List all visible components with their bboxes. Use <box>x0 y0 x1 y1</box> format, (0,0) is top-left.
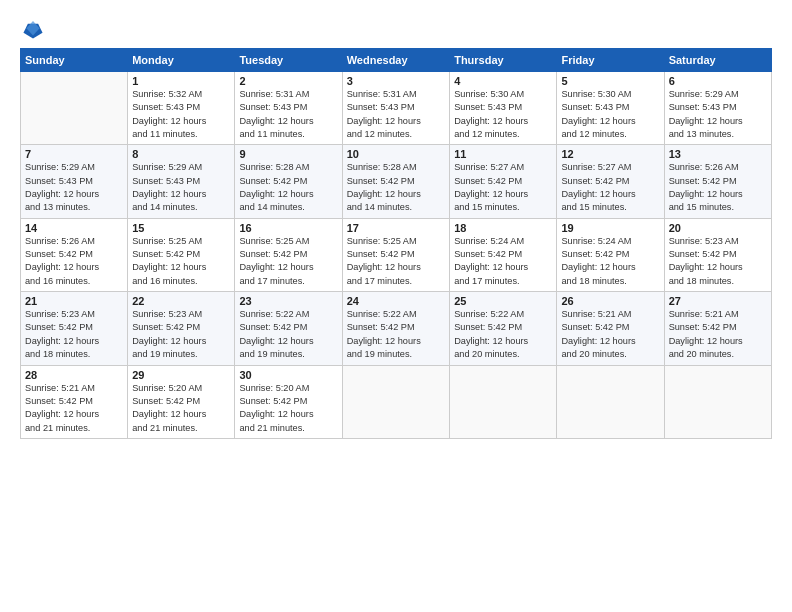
day-number: 6 <box>669 75 767 87</box>
day-number: 13 <box>669 148 767 160</box>
calendar-cell: 30Sunrise: 5:20 AM Sunset: 5:42 PM Dayli… <box>235 365 342 438</box>
calendar-header-sunday: Sunday <box>21 49 128 72</box>
day-info: Sunrise: 5:24 AM Sunset: 5:42 PM Dayligh… <box>454 235 552 288</box>
day-info: Sunrise: 5:24 AM Sunset: 5:42 PM Dayligh… <box>561 235 659 288</box>
day-info: Sunrise: 5:30 AM Sunset: 5:43 PM Dayligh… <box>561 88 659 141</box>
calendar-cell: 19Sunrise: 5:24 AM Sunset: 5:42 PM Dayli… <box>557 218 664 291</box>
day-number: 7 <box>25 148 123 160</box>
day-number: 17 <box>347 222 445 234</box>
calendar-cell: 15Sunrise: 5:25 AM Sunset: 5:42 PM Dayli… <box>128 218 235 291</box>
day-info: Sunrise: 5:27 AM Sunset: 5:42 PM Dayligh… <box>454 161 552 214</box>
calendar-table: SundayMondayTuesdayWednesdayThursdayFrid… <box>20 48 772 439</box>
calendar-header-monday: Monday <box>128 49 235 72</box>
day-number: 23 <box>239 295 337 307</box>
day-info: Sunrise: 5:23 AM Sunset: 5:42 PM Dayligh… <box>132 308 230 361</box>
day-number: 8 <box>132 148 230 160</box>
header <box>20 18 772 40</box>
calendar-cell: 24Sunrise: 5:22 AM Sunset: 5:42 PM Dayli… <box>342 292 449 365</box>
day-info: Sunrise: 5:25 AM Sunset: 5:42 PM Dayligh… <box>347 235 445 288</box>
calendar-header-wednesday: Wednesday <box>342 49 449 72</box>
day-info: Sunrise: 5:32 AM Sunset: 5:43 PM Dayligh… <box>132 88 230 141</box>
calendar-header-row: SundayMondayTuesdayWednesdayThursdayFrid… <box>21 49 772 72</box>
calendar-week-row: 21Sunrise: 5:23 AM Sunset: 5:42 PM Dayli… <box>21 292 772 365</box>
calendar-cell: 9Sunrise: 5:28 AM Sunset: 5:42 PM Daylig… <box>235 145 342 218</box>
day-info: Sunrise: 5:22 AM Sunset: 5:42 PM Dayligh… <box>454 308 552 361</box>
calendar-cell <box>450 365 557 438</box>
day-number: 21 <box>25 295 123 307</box>
day-number: 3 <box>347 75 445 87</box>
day-number: 10 <box>347 148 445 160</box>
day-number: 27 <box>669 295 767 307</box>
day-info: Sunrise: 5:29 AM Sunset: 5:43 PM Dayligh… <box>132 161 230 214</box>
calendar-cell: 21Sunrise: 5:23 AM Sunset: 5:42 PM Dayli… <box>21 292 128 365</box>
calendar-cell: 23Sunrise: 5:22 AM Sunset: 5:42 PM Dayli… <box>235 292 342 365</box>
day-number: 30 <box>239 369 337 381</box>
calendar-cell: 6Sunrise: 5:29 AM Sunset: 5:43 PM Daylig… <box>664 72 771 145</box>
calendar-cell: 4Sunrise: 5:30 AM Sunset: 5:43 PM Daylig… <box>450 72 557 145</box>
day-info: Sunrise: 5:31 AM Sunset: 5:43 PM Dayligh… <box>239 88 337 141</box>
day-info: Sunrise: 5:25 AM Sunset: 5:42 PM Dayligh… <box>239 235 337 288</box>
calendar-week-row: 7Sunrise: 5:29 AM Sunset: 5:43 PM Daylig… <box>21 145 772 218</box>
day-number: 2 <box>239 75 337 87</box>
day-info: Sunrise: 5:21 AM Sunset: 5:42 PM Dayligh… <box>561 308 659 361</box>
day-info: Sunrise: 5:29 AM Sunset: 5:43 PM Dayligh… <box>669 88 767 141</box>
day-number: 22 <box>132 295 230 307</box>
day-number: 9 <box>239 148 337 160</box>
day-number: 28 <box>25 369 123 381</box>
calendar-cell: 28Sunrise: 5:21 AM Sunset: 5:42 PM Dayli… <box>21 365 128 438</box>
calendar-header-friday: Friday <box>557 49 664 72</box>
day-info: Sunrise: 5:22 AM Sunset: 5:42 PM Dayligh… <box>239 308 337 361</box>
day-info: Sunrise: 5:23 AM Sunset: 5:42 PM Dayligh… <box>25 308 123 361</box>
day-info: Sunrise: 5:22 AM Sunset: 5:42 PM Dayligh… <box>347 308 445 361</box>
day-info: Sunrise: 5:30 AM Sunset: 5:43 PM Dayligh… <box>454 88 552 141</box>
day-number: 29 <box>132 369 230 381</box>
calendar-header-tuesday: Tuesday <box>235 49 342 72</box>
day-number: 24 <box>347 295 445 307</box>
calendar-cell: 27Sunrise: 5:21 AM Sunset: 5:42 PM Dayli… <box>664 292 771 365</box>
day-info: Sunrise: 5:31 AM Sunset: 5:43 PM Dayligh… <box>347 88 445 141</box>
day-info: Sunrise: 5:20 AM Sunset: 5:42 PM Dayligh… <box>132 382 230 435</box>
calendar-cell <box>342 365 449 438</box>
day-info: Sunrise: 5:21 AM Sunset: 5:42 PM Dayligh… <box>669 308 767 361</box>
day-info: Sunrise: 5:26 AM Sunset: 5:42 PM Dayligh… <box>669 161 767 214</box>
day-info: Sunrise: 5:28 AM Sunset: 5:42 PM Dayligh… <box>239 161 337 214</box>
calendar-cell: 10Sunrise: 5:28 AM Sunset: 5:42 PM Dayli… <box>342 145 449 218</box>
calendar-week-row: 14Sunrise: 5:26 AM Sunset: 5:42 PM Dayli… <box>21 218 772 291</box>
calendar-week-row: 1Sunrise: 5:32 AM Sunset: 5:43 PM Daylig… <box>21 72 772 145</box>
calendar-cell: 7Sunrise: 5:29 AM Sunset: 5:43 PM Daylig… <box>21 145 128 218</box>
day-number: 25 <box>454 295 552 307</box>
day-number: 1 <box>132 75 230 87</box>
day-info: Sunrise: 5:25 AM Sunset: 5:42 PM Dayligh… <box>132 235 230 288</box>
calendar-cell: 20Sunrise: 5:23 AM Sunset: 5:42 PM Dayli… <box>664 218 771 291</box>
day-info: Sunrise: 5:21 AM Sunset: 5:42 PM Dayligh… <box>25 382 123 435</box>
calendar-cell: 1Sunrise: 5:32 AM Sunset: 5:43 PM Daylig… <box>128 72 235 145</box>
logo <box>20 18 44 40</box>
day-info: Sunrise: 5:20 AM Sunset: 5:42 PM Dayligh… <box>239 382 337 435</box>
calendar-cell: 12Sunrise: 5:27 AM Sunset: 5:42 PM Dayli… <box>557 145 664 218</box>
calendar-header-thursday: Thursday <box>450 49 557 72</box>
day-number: 12 <box>561 148 659 160</box>
day-info: Sunrise: 5:28 AM Sunset: 5:42 PM Dayligh… <box>347 161 445 214</box>
calendar-cell <box>557 365 664 438</box>
day-number: 18 <box>454 222 552 234</box>
calendar-week-row: 28Sunrise: 5:21 AM Sunset: 5:42 PM Dayli… <box>21 365 772 438</box>
day-number: 26 <box>561 295 659 307</box>
calendar-header-saturday: Saturday <box>664 49 771 72</box>
calendar-cell: 13Sunrise: 5:26 AM Sunset: 5:42 PM Dayli… <box>664 145 771 218</box>
calendar-cell: 2Sunrise: 5:31 AM Sunset: 5:43 PM Daylig… <box>235 72 342 145</box>
calendar-cell: 16Sunrise: 5:25 AM Sunset: 5:42 PM Dayli… <box>235 218 342 291</box>
calendar-cell: 18Sunrise: 5:24 AM Sunset: 5:42 PM Dayli… <box>450 218 557 291</box>
day-info: Sunrise: 5:23 AM Sunset: 5:42 PM Dayligh… <box>669 235 767 288</box>
page: SundayMondayTuesdayWednesdayThursdayFrid… <box>0 0 792 612</box>
day-number: 15 <box>132 222 230 234</box>
calendar-cell: 17Sunrise: 5:25 AM Sunset: 5:42 PM Dayli… <box>342 218 449 291</box>
day-number: 4 <box>454 75 552 87</box>
calendar-cell: 29Sunrise: 5:20 AM Sunset: 5:42 PM Dayli… <box>128 365 235 438</box>
calendar-cell: 26Sunrise: 5:21 AM Sunset: 5:42 PM Dayli… <box>557 292 664 365</box>
calendar-cell: 25Sunrise: 5:22 AM Sunset: 5:42 PM Dayli… <box>450 292 557 365</box>
calendar-cell: 14Sunrise: 5:26 AM Sunset: 5:42 PM Dayli… <box>21 218 128 291</box>
day-number: 11 <box>454 148 552 160</box>
day-number: 5 <box>561 75 659 87</box>
calendar-cell: 11Sunrise: 5:27 AM Sunset: 5:42 PM Dayli… <box>450 145 557 218</box>
day-number: 19 <box>561 222 659 234</box>
